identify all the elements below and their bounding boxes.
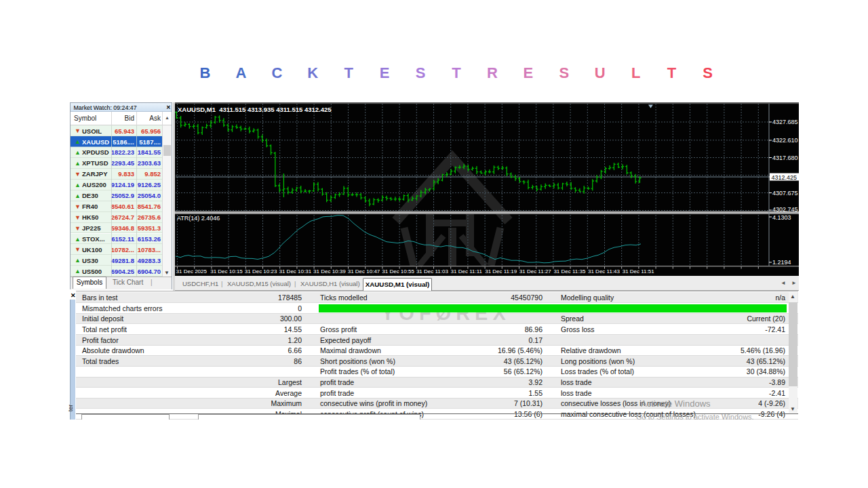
svg-text:31 Dec 10:55: 31 Dec 10:55 bbox=[382, 268, 414, 274]
svg-text:31 Dec 11:19: 31 Dec 11:19 bbox=[485, 268, 517, 274]
svg-text:4322.610: 4322.610 bbox=[772, 137, 798, 144]
svg-text:4307.675: 4307.675 bbox=[772, 190, 798, 197]
svg-text:4312.425: 4312.425 bbox=[772, 174, 797, 181]
svg-text:31 Dec 11:43: 31 Dec 11:43 bbox=[588, 268, 620, 274]
svg-text:31 Dec 2025: 31 Dec 2025 bbox=[176, 268, 208, 274]
svg-text:XAUUSD,M1 4311.515 4313.935 4: XAUUSD,M1 4311.515 4313.935 4311.515 431… bbox=[178, 106, 332, 113]
svg-text:31 Dec 11:27: 31 Dec 11:27 bbox=[519, 268, 552, 274]
svg-text:31 Dec 10:47: 31 Dec 10:47 bbox=[348, 268, 380, 274]
svg-text:4302.745: 4302.745 bbox=[772, 206, 798, 213]
svg-text:4.1303: 4.1303 bbox=[772, 214, 791, 221]
svg-text:31 Dec 10:15: 31 Dec 10:15 bbox=[210, 268, 243, 274]
svg-text:4327.685: 4327.685 bbox=[772, 119, 798, 125]
svg-text:31 Dec 11:35: 31 Dec 11:35 bbox=[553, 268, 586, 274]
svg-text:31 Dec 11:51: 31 Dec 11:51 bbox=[623, 268, 655, 274]
svg-text:4317.680: 4317.680 bbox=[772, 155, 798, 161]
svg-text:31 Dec 11:03: 31 Dec 11:03 bbox=[416, 268, 449, 274]
svg-text:ATR(14) 2.4046: ATR(14) 2.4046 bbox=[177, 215, 220, 222]
svg-text:31 Dec 10:23: 31 Dec 10:23 bbox=[245, 268, 277, 274]
svg-text:31 Dec 10:39: 31 Dec 10:39 bbox=[313, 268, 346, 274]
svg-text:31 Dec 10:31: 31 Dec 10:31 bbox=[279, 268, 312, 274]
svg-text:1.2194: 1.2194 bbox=[772, 259, 791, 266]
svg-text:31 Dec 11:11: 31 Dec 11:11 bbox=[451, 268, 483, 274]
